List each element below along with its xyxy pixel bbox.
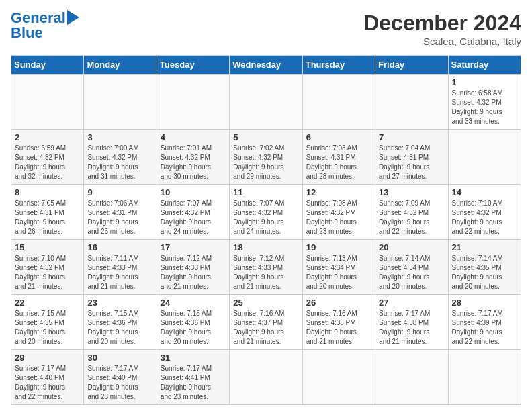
- day-info: Sunrise: 7:05 AM Sunset: 4:31 PM Dayligh…: [15, 199, 80, 236]
- calendar-cell: [230, 75, 302, 130]
- logo: General Blue: [11, 11, 79, 42]
- day-info: Sunrise: 6:59 AM Sunset: 4:32 PM Dayligh…: [15, 144, 80, 181]
- day-number: 9: [87, 187, 152, 197]
- col-header-monday: Monday: [84, 56, 157, 75]
- day-info: Sunrise: 7:15 AM Sunset: 4:36 PM Dayligh…: [161, 309, 226, 347]
- day-number: 31: [161, 353, 226, 363]
- day-number: 3: [87, 132, 152, 142]
- calendar-cell: 22Sunrise: 7:15 AM Sunset: 4:35 PM Dayli…: [11, 295, 84, 350]
- day-info: Sunrise: 7:16 AM Sunset: 4:37 PM Dayligh…: [233, 309, 298, 347]
- calendar-cell: 21Sunrise: 7:14 AM Sunset: 4:35 PM Dayli…: [448, 240, 521, 295]
- day-number: 30: [87, 353, 152, 363]
- day-number: 21: [452, 242, 517, 253]
- day-info: Sunrise: 7:08 AM Sunset: 4:32 PM Dayligh…: [306, 199, 371, 236]
- calendar-cell: 6Sunrise: 7:03 AM Sunset: 4:31 PM Daylig…: [302, 130, 375, 185]
- calendar-cell: 7Sunrise: 7:04 AM Sunset: 4:31 PM Daylig…: [375, 130, 448, 185]
- calendar-cell: 1Sunrise: 6:58 AM Sunset: 4:32 PM Daylig…: [448, 75, 521, 130]
- calendar-cell: 12Sunrise: 7:08 AM Sunset: 4:32 PM Dayli…: [302, 185, 375, 240]
- logo-blue: Blue: [11, 24, 43, 42]
- day-info: Sunrise: 7:10 AM Sunset: 4:32 PM Dayligh…: [452, 199, 517, 236]
- day-info: Sunrise: 7:02 AM Sunset: 4:32 PM Dayligh…: [233, 144, 298, 181]
- day-info: Sunrise: 7:17 AM Sunset: 4:41 PM Dayligh…: [161, 364, 226, 402]
- day-info: Sunrise: 7:16 AM Sunset: 4:38 PM Dayligh…: [306, 309, 371, 347]
- day-number: 15: [15, 242, 80, 253]
- day-number: 4: [161, 132, 226, 142]
- col-header-thursday: Thursday: [302, 56, 375, 75]
- week-row-3: 8Sunrise: 7:05 AM Sunset: 4:31 PM Daylig…: [11, 185, 521, 240]
- day-info: Sunrise: 7:07 AM Sunset: 4:32 PM Dayligh…: [233, 199, 298, 236]
- day-number: 23: [87, 298, 152, 308]
- day-info: Sunrise: 7:12 AM Sunset: 4:33 PM Dayligh…: [233, 254, 298, 291]
- day-info: Sunrise: 7:09 AM Sunset: 4:32 PM Dayligh…: [379, 199, 444, 236]
- day-number: 19: [306, 242, 371, 253]
- day-info: Sunrise: 7:15 AM Sunset: 4:36 PM Dayligh…: [87, 309, 152, 347]
- calendar-cell: 24Sunrise: 7:15 AM Sunset: 4:36 PM Dayli…: [157, 295, 229, 350]
- calendar-cell: 4Sunrise: 7:01 AM Sunset: 4:32 PM Daylig…: [157, 130, 229, 185]
- calendar-cell: 18Sunrise: 7:12 AM Sunset: 4:33 PM Dayli…: [230, 240, 302, 295]
- day-info: Sunrise: 7:14 AM Sunset: 4:35 PM Dayligh…: [452, 254, 517, 291]
- day-number: 1: [452, 77, 517, 87]
- calendar-cell: [302, 75, 375, 130]
- header-row: SundayMondayTuesdayWednesdayThursdayFrid…: [11, 56, 521, 75]
- day-number: 13: [379, 187, 444, 197]
- day-number: 16: [87, 242, 152, 253]
- day-info: Sunrise: 7:11 AM Sunset: 4:33 PM Dayligh…: [87, 254, 152, 291]
- day-number: 14: [452, 187, 517, 197]
- week-row-2: 2Sunrise: 6:59 AM Sunset: 4:32 PM Daylig…: [11, 130, 521, 185]
- page-header: General Blue December 2024 Scalea, Calab…: [11, 11, 521, 47]
- day-number: 11: [233, 187, 298, 197]
- calendar-cell: 11Sunrise: 7:07 AM Sunset: 4:32 PM Dayli…: [230, 185, 302, 240]
- week-row-1: 1Sunrise: 6:58 AM Sunset: 4:32 PM Daylig…: [11, 75, 521, 130]
- calendar-cell: 15Sunrise: 7:10 AM Sunset: 4:32 PM Dayli…: [11, 240, 84, 295]
- day-info: Sunrise: 7:17 AM Sunset: 4:40 PM Dayligh…: [87, 364, 152, 402]
- day-info: Sunrise: 7:01 AM Sunset: 4:32 PM Dayligh…: [161, 144, 226, 181]
- calendar-cell: 5Sunrise: 7:02 AM Sunset: 4:32 PM Daylig…: [230, 130, 302, 185]
- logo-text: General: [11, 11, 66, 26]
- calendar-cell: 20Sunrise: 7:14 AM Sunset: 4:34 PM Dayli…: [375, 240, 448, 295]
- week-row-4: 15Sunrise: 7:10 AM Sunset: 4:32 PM Dayli…: [11, 240, 521, 295]
- col-header-sunday: Sunday: [11, 56, 84, 75]
- day-info: Sunrise: 7:00 AM Sunset: 4:32 PM Dayligh…: [87, 144, 152, 181]
- calendar-cell: 26Sunrise: 7:16 AM Sunset: 4:38 PM Dayli…: [302, 295, 375, 350]
- day-info: Sunrise: 7:12 AM Sunset: 4:33 PM Dayligh…: [161, 254, 226, 291]
- calendar-cell: 8Sunrise: 7:05 AM Sunset: 4:31 PM Daylig…: [11, 185, 84, 240]
- day-number: 6: [306, 132, 371, 142]
- day-number: 12: [306, 187, 371, 197]
- logo-icon: [67, 10, 79, 25]
- day-number: 26: [306, 298, 371, 308]
- calendar-cell: [230, 350, 302, 405]
- day-info: Sunrise: 7:17 AM Sunset: 4:38 PM Dayligh…: [379, 309, 444, 347]
- calendar-cell: 9Sunrise: 7:06 AM Sunset: 4:31 PM Daylig…: [84, 185, 157, 240]
- day-number: 7: [379, 132, 444, 142]
- calendar-table: SundayMondayTuesdayWednesdayThursdayFrid…: [11, 55, 521, 405]
- day-info: Sunrise: 7:06 AM Sunset: 4:31 PM Dayligh…: [87, 199, 152, 236]
- calendar-cell: [448, 350, 521, 405]
- calendar-cell: 14Sunrise: 7:10 AM Sunset: 4:32 PM Dayli…: [448, 185, 521, 240]
- day-info: Sunrise: 7:13 AM Sunset: 4:34 PM Dayligh…: [306, 254, 371, 291]
- calendar-cell: 19Sunrise: 7:13 AM Sunset: 4:34 PM Dayli…: [302, 240, 375, 295]
- day-info: Sunrise: 7:14 AM Sunset: 4:34 PM Dayligh…: [379, 254, 444, 291]
- day-info: Sunrise: 7:04 AM Sunset: 4:31 PM Dayligh…: [379, 144, 444, 181]
- calendar-cell: 31Sunrise: 7:17 AM Sunset: 4:41 PM Dayli…: [157, 350, 229, 405]
- day-number: 5: [233, 132, 298, 142]
- calendar-cell: [375, 75, 448, 130]
- col-header-tuesday: Tuesday: [157, 56, 229, 75]
- calendar-cell: 10Sunrise: 7:07 AM Sunset: 4:32 PM Dayli…: [157, 185, 229, 240]
- month-title: December 2024: [363, 11, 521, 36]
- calendar-cell: 2Sunrise: 6:59 AM Sunset: 4:32 PM Daylig…: [11, 130, 84, 185]
- day-info: Sunrise: 7:07 AM Sunset: 4:32 PM Dayligh…: [161, 199, 226, 236]
- day-info: Sunrise: 7:03 AM Sunset: 4:31 PM Dayligh…: [306, 144, 371, 181]
- calendar-cell: 25Sunrise: 7:16 AM Sunset: 4:37 PM Dayli…: [230, 295, 302, 350]
- calendar-cell: [375, 350, 448, 405]
- svg-marker-0: [67, 10, 79, 25]
- week-row-6: 29Sunrise: 7:17 AM Sunset: 4:40 PM Dayli…: [11, 350, 521, 405]
- location-subtitle: Scalea, Calabria, Italy: [363, 36, 521, 47]
- calendar-cell: 28Sunrise: 7:17 AM Sunset: 4:39 PM Dayli…: [448, 295, 521, 350]
- calendar-cell: 13Sunrise: 7:09 AM Sunset: 4:32 PM Dayli…: [375, 185, 448, 240]
- week-row-5: 22Sunrise: 7:15 AM Sunset: 4:35 PM Dayli…: [11, 295, 521, 350]
- calendar-cell: 3Sunrise: 7:00 AM Sunset: 4:32 PM Daylig…: [84, 130, 157, 185]
- calendar-cell: 17Sunrise: 7:12 AM Sunset: 4:33 PM Dayli…: [157, 240, 229, 295]
- calendar-cell: [157, 75, 229, 130]
- day-number: 10: [161, 187, 226, 197]
- day-number: 25: [233, 298, 298, 308]
